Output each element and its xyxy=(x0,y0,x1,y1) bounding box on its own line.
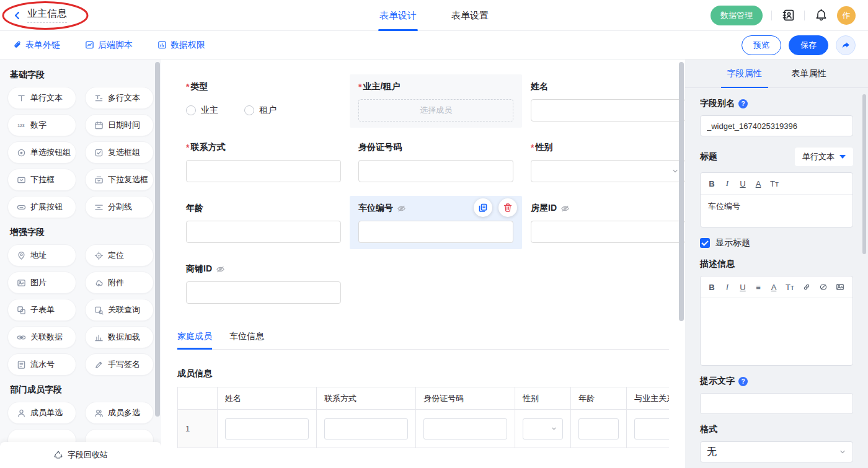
sidebar-item-定位[interactable]: 定位 xyxy=(85,244,154,267)
field-owner-tenant[interactable]: *业主/租户 选择成员 xyxy=(350,74,522,128)
sidebar-item-子表单[interactable]: 子表单 xyxy=(7,299,76,321)
help-icon[interactable]: ? xyxy=(738,99,748,108)
insert-image-icon[interactable] xyxy=(836,283,844,291)
data-manage-button[interactable]: 数据管理 xyxy=(711,6,763,25)
sidebar-item-日期时间[interactable]: 日期时间 xyxy=(85,114,154,136)
sidebar-item-数字[interactable]: 123数字 xyxy=(7,114,76,136)
field-alias-input[interactable] xyxy=(700,115,853,136)
sidebar-item-关联查询[interactable]: 关联查询 xyxy=(85,299,154,321)
tab-family-members[interactable]: 家庭成员 xyxy=(177,331,212,349)
tab-field-properties[interactable]: 字段属性 xyxy=(727,60,762,88)
sidebar-item-成员单选[interactable]: 成员单选 xyxy=(7,402,76,424)
parking-no-input[interactable] xyxy=(358,221,513,243)
age-input[interactable] xyxy=(186,221,341,243)
sidebar-item-单选按钮组[interactable]: 单选按钮组 xyxy=(7,141,76,164)
sidebar-item-label: 成员单选 xyxy=(30,407,63,418)
preview-button[interactable]: 预览 xyxy=(742,35,781,55)
contact-input[interactable] xyxy=(186,160,341,182)
italic-icon[interactable]: I xyxy=(724,179,731,188)
radio-option-owner[interactable]: 业主 xyxy=(186,105,218,116)
tab-parking-info[interactable]: 车位信息 xyxy=(229,331,264,349)
field-house-id[interactable]: 房屋ID xyxy=(522,196,685,249)
save-button[interactable]: 保存 xyxy=(789,35,828,55)
underline-icon[interactable]: U xyxy=(739,283,746,292)
notification-bell-icon[interactable] xyxy=(813,8,828,23)
field-name[interactable]: 姓名 xyxy=(522,74,685,128)
sidebar-item-地址[interactable]: 地址 xyxy=(7,244,76,267)
cell-input-与业主关系[interactable] xyxy=(634,418,669,439)
field-shop-id[interactable]: 商铺ID xyxy=(177,257,350,310)
italic-icon[interactable]: I xyxy=(724,282,731,292)
toolbar-link-表单外链[interactable]: 表单外链 xyxy=(12,40,60,51)
font-size-icon[interactable]: Tᴛ xyxy=(770,179,779,188)
contacts-book-icon[interactable] xyxy=(781,8,795,23)
field-parking-no[interactable]: 车位编号 xyxy=(350,196,522,249)
sidebar-item-手写签名[interactable]: 手写签名 xyxy=(85,353,154,376)
title-editor-content[interactable]: 车位编号 xyxy=(701,195,852,227)
share-button[interactable] xyxy=(836,35,856,55)
description-editor-content[interactable] xyxy=(701,298,852,365)
toolbar-link-后端脚本[interactable]: 后端脚本 xyxy=(85,40,133,51)
link-icon[interactable] xyxy=(802,283,811,291)
sidebar-item-单行文本[interactable]: 单行文本 xyxy=(7,87,76,109)
sidebar-item-数据加载[interactable]: 数据加载 xyxy=(85,326,154,348)
cell-input-身份证号码[interactable] xyxy=(423,418,507,439)
unlink-icon[interactable] xyxy=(819,283,828,291)
sidebar-item-扩展按钮[interactable]: 扩展按钮 xyxy=(7,196,76,218)
house-id-input[interactable] xyxy=(531,221,685,243)
field-id-number[interactable]: 身份证号码 xyxy=(350,135,522,188)
field-gender[interactable]: *性别 xyxy=(522,135,685,188)
form-link-icon xyxy=(12,40,22,50)
underline-icon[interactable]: U xyxy=(739,179,746,188)
field-label: 商铺ID xyxy=(186,263,212,275)
sidebar-item-流水号[interactable]: 流水号 xyxy=(7,353,76,376)
font-color-icon[interactable]: A xyxy=(755,179,762,188)
name-input[interactable] xyxy=(531,99,685,121)
sidebar-item-成员多选[interactable]: 成员多选 xyxy=(85,402,154,424)
format-select[interactable]: 无 xyxy=(700,441,853,462)
align-icon[interactable]: ≡ xyxy=(755,283,762,292)
delete-field-button[interactable] xyxy=(498,198,517,217)
field-type[interactable]: *类型 业主 租户 xyxy=(177,74,350,128)
shop-id-input[interactable] xyxy=(186,281,341,304)
field-alias-label: 字段别名 xyxy=(700,98,735,109)
font-size-icon[interactable]: Tᴛ xyxy=(786,283,794,292)
member-picker[interactable]: 选择成员 xyxy=(358,99,513,121)
sidebar-scrollbar[interactable] xyxy=(155,62,160,417)
show-title-checkbox[interactable]: 显示标题 xyxy=(700,237,853,249)
back-button[interactable]: 业主信息 xyxy=(12,7,67,23)
bold-icon[interactable]: B xyxy=(708,179,715,188)
sidebar-item-图片[interactable]: 图片 xyxy=(7,272,76,294)
help-icon[interactable]: ? xyxy=(738,377,748,386)
field-recycle-bin-button[interactable]: 字段回收站 xyxy=(0,442,161,468)
gender-select[interactable] xyxy=(531,160,685,182)
toolbar-link-数据权限[interactable]: 数据权限 xyxy=(157,40,205,51)
hint-input[interactable] xyxy=(700,393,853,414)
sidebar-item-附件[interactable]: 附件 xyxy=(85,272,154,294)
sidebar-item-下拉复选框[interactable]: 下拉复选框 xyxy=(85,169,154,191)
id-number-input[interactable] xyxy=(358,160,513,182)
cell-select-性别[interactable] xyxy=(523,418,563,439)
font-color-icon[interactable]: A xyxy=(770,283,777,292)
panel-scrollbar[interactable] xyxy=(862,94,866,254)
sidebar-item-多行文本[interactable]: 多行文本 xyxy=(85,87,154,109)
canvas-scrollbar[interactable] xyxy=(679,62,684,321)
tab-form-design[interactable]: 表单设计 xyxy=(379,0,417,31)
tab-form-properties[interactable]: 表单属性 xyxy=(792,60,826,88)
cell-input-联系方式[interactable] xyxy=(324,418,408,439)
sidebar-item-分割线[interactable]: 分割线 xyxy=(85,196,154,218)
image-icon xyxy=(16,278,26,288)
field-type-dropdown[interactable]: 单行文本 xyxy=(795,148,853,166)
radio-option-tenant[interactable]: 租户 xyxy=(244,105,277,116)
cell-input-年龄[interactable] xyxy=(578,418,619,439)
field-age[interactable]: 年龄 xyxy=(177,196,350,249)
sidebar-item-关联数据[interactable]: 关联数据 xyxy=(7,326,76,348)
copy-field-button[interactable] xyxy=(474,198,492,217)
sidebar-item-复选框组[interactable]: 复选框组 xyxy=(85,141,154,164)
cell-input-姓名[interactable] xyxy=(225,418,309,439)
bold-icon[interactable]: B xyxy=(708,283,715,292)
sidebar-item-下拉框[interactable]: 下拉框 xyxy=(7,169,76,191)
tab-form-settings[interactable]: 表单设置 xyxy=(451,0,489,31)
field-contact[interactable]: *联系方式 xyxy=(177,135,350,188)
user-avatar[interactable]: 作 xyxy=(837,6,856,25)
